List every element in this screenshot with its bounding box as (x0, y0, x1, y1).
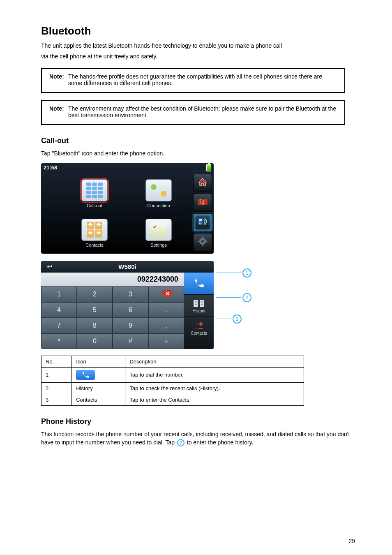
note-label: Note: (49, 73, 68, 86)
key-0[interactable]: 0 (77, 333, 113, 349)
tile-connection[interactable]: Connection (145, 179, 172, 208)
key-7[interactable]: 7 (41, 318, 77, 333)
tile-label: Call-out (87, 203, 102, 208)
table-row: 1 Tap to dial the number. (42, 367, 304, 382)
clock-text: 21:58 (44, 164, 57, 171)
settings-check-icon (150, 222, 167, 238)
key-5[interactable]: 5 (77, 302, 113, 318)
page-number: 29 (348, 538, 355, 544)
col-icon: Icon (72, 356, 125, 367)
svg-rect-14 (200, 300, 204, 307)
key-backspace[interactable] (148, 287, 184, 302)
key-dot[interactable]: . (148, 302, 184, 318)
history-label: History (192, 309, 205, 313)
table-row: 2 History Tap to check the recent calls … (42, 382, 304, 394)
device-frame-dialer: ↩ W580i 0922243000 1 2 3 4 5 (41, 261, 214, 349)
key-3[interactable]: 3 (113, 287, 148, 302)
key-6[interactable]: 6 (113, 302, 148, 318)
icon-legend-table: No. Icon Description 1 Tap to dial the n… (41, 356, 304, 406)
cell-icon: History (72, 382, 125, 394)
key-2[interactable]: 2 (77, 287, 113, 302)
cell-icon: Contacts (72, 394, 125, 405)
battery-icon (206, 164, 211, 171)
tile-settings[interactable]: Settings (145, 219, 172, 247)
number-entry-field[interactable]: 0922243000 (41, 273, 184, 287)
callout-bubble-1: 1 (242, 268, 251, 278)
section-sub-callout: Tap "Bluetooth" icon and enter the phone… (41, 149, 359, 157)
svg-rect-12 (206, 241, 208, 242)
keypad-icon (86, 183, 103, 198)
side-media-button[interactable] (193, 194, 212, 212)
contacts-button[interactable]: Contacts (184, 317, 214, 339)
cell-icon (72, 367, 125, 382)
svg-rect-0 (198, 199, 208, 205)
note-body: The environment may affect the best cond… (68, 105, 337, 118)
settings-gear-icon (198, 236, 208, 247)
tile-contacts[interactable]: Contacts (81, 219, 108, 247)
svg-point-16 (199, 322, 203, 326)
tile-label: Settings (150, 243, 167, 247)
page-title: Bluetooth (41, 25, 359, 37)
call-button[interactable] (184, 273, 214, 295)
note-box-2: Note: The environment may affect the bes… (41, 100, 345, 125)
key-hash[interactable]: # (113, 333, 148, 349)
svg-rect-5 (199, 223, 200, 224)
col-desc: Description (125, 356, 304, 367)
callout-bubble-3: 3 (233, 314, 242, 324)
home-icon (198, 178, 208, 188)
svg-rect-13 (194, 300, 198, 307)
svg-rect-6 (201, 223, 201, 224)
key-plus[interactable]: + (148, 333, 184, 349)
svg-rect-4 (201, 222, 201, 222)
contacts-label: Contacts (191, 331, 207, 335)
cell-no: 2 (42, 382, 72, 394)
status-bar: 21:58 (41, 163, 214, 172)
dialer-title: W580i (58, 263, 197, 270)
key-star[interactable]: * (41, 333, 77, 349)
svg-rect-2 (199, 219, 202, 221)
key-4[interactable]: 4 (41, 302, 77, 318)
device-frame-menu: 21:58 Call-out Connection Contacts (41, 163, 214, 254)
svg-rect-11 (198, 241, 199, 242)
intro-line-1: The unit applies the latest Bluetooth ha… (41, 42, 359, 50)
cell-desc: Tap to enter the Contacts. (125, 394, 304, 405)
history-button[interactable]: History (184, 295, 214, 317)
inline-callout-bubble: 2 (177, 439, 184, 446)
section-heading-callout: Call-out (41, 136, 359, 145)
key-8[interactable]: 8 (77, 318, 113, 333)
call-icon-chip (76, 370, 95, 380)
svg-rect-9 (202, 236, 203, 238)
table-row: 3 Contacts Tap to enter the Contacts. (42, 394, 304, 405)
tile-label: Connection (147, 203, 170, 208)
contacts-people-icon (193, 320, 205, 331)
media-icon (197, 198, 208, 207)
back-arrow-icon: ↩ (47, 263, 52, 271)
callout-bubble-2: 2 (242, 293, 251, 302)
note-label: Note: (49, 105, 68, 118)
svg-rect-3 (199, 222, 200, 222)
col-no: No. (42, 356, 72, 367)
side-home-button[interactable] (193, 174, 212, 192)
note-body: The hands-free profile does not guarante… (68, 73, 337, 86)
tile-label: Contacts (85, 243, 103, 247)
key-1[interactable]: 1 (41, 287, 77, 302)
phone-handset-icon (193, 278, 205, 289)
connection-arrows-icon (150, 183, 167, 197)
bluetooth-phone-icon (197, 217, 208, 227)
figure-bluetooth-menu: 21:58 Call-out Connection Contacts (41, 163, 359, 254)
history-paragraph: This function records the phone number o… (41, 430, 359, 447)
side-settings-button[interactable] (193, 233, 212, 251)
backspace-icon (161, 290, 172, 299)
dial-keypad: 1 2 3 4 5 6 . 7 8 9 , * (41, 287, 184, 349)
cell-desc: Tap to dial the number. (125, 367, 304, 382)
contacts-grid-icon (87, 222, 102, 238)
table-header-row: No. Icon Description (42, 356, 304, 367)
key-9[interactable]: 9 (113, 318, 148, 333)
tile-call-out[interactable]: Call-out (81, 179, 108, 208)
side-bluetooth-phone-button[interactable] (193, 213, 212, 231)
cell-no: 3 (42, 394, 72, 405)
back-button[interactable]: ↩ (41, 261, 58, 273)
figure-dialer: ↩ W580i 0922243000 1 2 3 4 5 (41, 261, 359, 349)
note-box-1: Note: The hands-free profile does not gu… (41, 68, 345, 93)
key-comma[interactable]: , (148, 318, 184, 333)
